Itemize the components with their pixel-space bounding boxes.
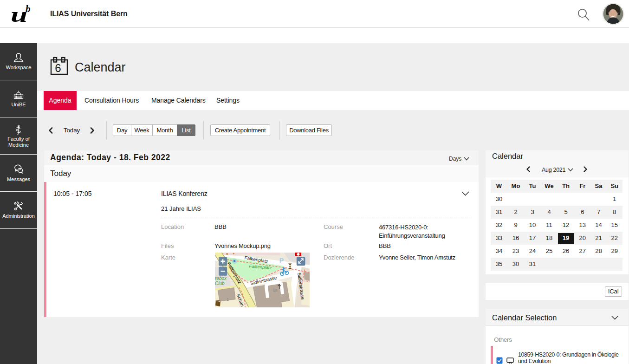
svg-text:6a: 6a	[273, 288, 278, 292]
svg-text:rebox: rebox	[215, 276, 227, 281]
svg-text:6: 6	[55, 62, 61, 74]
svg-text:1: 1	[227, 297, 229, 302]
svg-text:P: P	[279, 257, 284, 264]
svg-text:Club: Club	[215, 281, 225, 286]
